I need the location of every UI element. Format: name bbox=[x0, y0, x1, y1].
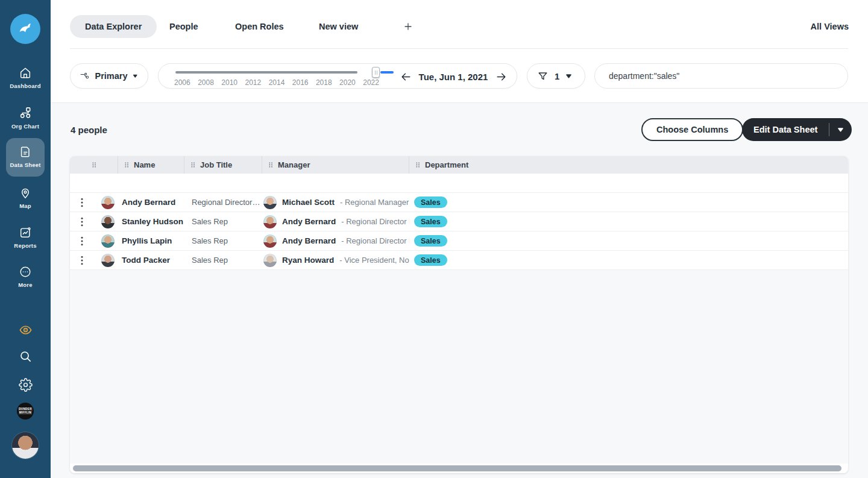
table-row[interactable]: Stanley Hudson Sales Rep Andy Bernard - … bbox=[70, 212, 848, 231]
row-menu-button[interactable] bbox=[70, 236, 94, 246]
column-header-job-title[interactable]: Job Title bbox=[184, 156, 262, 174]
tab-open-roles[interactable]: Open Roles bbox=[235, 15, 284, 38]
tab-label: Data Explorer bbox=[85, 22, 142, 31]
sidebar-item-org-chart[interactable]: Org Chart bbox=[0, 106, 51, 130]
column-header-label: Manager bbox=[278, 160, 310, 169]
slider-track-future[interactable] bbox=[380, 71, 394, 74]
column-header-manager[interactable]: Manager bbox=[262, 156, 409, 174]
manager-cell[interactable]: Andy Bernard - Regional Director in Char… bbox=[262, 234, 409, 248]
search-button[interactable] bbox=[0, 350, 51, 363]
arrow-right-icon bbox=[495, 71, 507, 83]
drag-handle-icon bbox=[415, 161, 420, 169]
settings-button[interactable] bbox=[0, 378, 51, 392]
company-logo-avatar[interactable]: DUNDER MIFFLIN bbox=[17, 403, 34, 420]
all-views-link[interactable]: All Views bbox=[811, 15, 849, 38]
person-avatar[interactable] bbox=[101, 254, 115, 267]
table-row[interactable]: Andy Bernard Regional Director in Charge… bbox=[70, 193, 848, 212]
row-menu-button[interactable] bbox=[70, 217, 94, 227]
tab-people[interactable]: People bbox=[169, 15, 198, 38]
person-job-title[interactable]: Sales Rep bbox=[184, 256, 262, 265]
department-badge[interactable]: Sales bbox=[414, 197, 447, 208]
person-avatar[interactable] bbox=[101, 234, 115, 248]
date-next-button[interactable] bbox=[494, 69, 508, 84]
sidebar-item-data-sheet[interactable]: Data Sheet bbox=[0, 145, 51, 168]
sidebar-item-map[interactable]: Map bbox=[0, 186, 51, 209]
funnel-icon bbox=[537, 71, 549, 82]
date-previous-button[interactable] bbox=[398, 69, 413, 84]
person-job-title[interactable]: Sales Rep bbox=[184, 236, 262, 245]
sidebar-item-dashboard[interactable]: Dashboard bbox=[0, 66, 51, 89]
tab-data-explorer[interactable]: Data Explorer bbox=[70, 15, 157, 38]
person-avatar[interactable] bbox=[101, 196, 115, 209]
year-tick: 2010 bbox=[221, 78, 237, 87]
current-date-label[interactable]: Tue, Jun 1, 2021 bbox=[414, 64, 492, 89]
tab-label: People bbox=[169, 22, 198, 31]
sidebar-item-label: Reports bbox=[14, 242, 36, 249]
department-badge[interactable]: Sales bbox=[414, 254, 447, 266]
manager-avatar bbox=[263, 215, 277, 228]
user-avatar[interactable] bbox=[12, 432, 39, 459]
choose-columns-button[interactable]: Choose Columns bbox=[641, 118, 743, 141]
edit-data-sheet-caret[interactable] bbox=[829, 118, 852, 141]
add-view-button[interactable] bbox=[399, 17, 417, 36]
department-badge[interactable]: Sales bbox=[414, 235, 447, 247]
manager-cell[interactable]: Andy Bernard - Regional Director in Char… bbox=[262, 215, 409, 228]
people-count: 4 people bbox=[71, 125, 107, 135]
person-name[interactable]: Todd Packer bbox=[118, 256, 184, 265]
person-avatar[interactable] bbox=[101, 215, 115, 228]
column-header-department[interactable]: Department bbox=[409, 156, 848, 174]
app-root: Dashboard Org Chart Data Sheet Map bbox=[0, 0, 868, 478]
sidebar-item-more[interactable]: More bbox=[0, 265, 51, 288]
table-row[interactable]: Phyllis Lapin Sales Rep Andy Bernard - R… bbox=[70, 231, 848, 251]
plus-icon bbox=[403, 22, 413, 31]
edit-data-sheet-button[interactable]: Edit Data Sheet bbox=[742, 118, 852, 141]
company-logo-line2: MIFFLIN bbox=[19, 411, 33, 415]
column-header-row-handle[interactable] bbox=[70, 156, 118, 174]
kebab-menu-icon bbox=[81, 217, 83, 227]
sidebar-item-label: Dashboard bbox=[10, 83, 40, 89]
person-job-title[interactable]: Sales Rep bbox=[184, 217, 262, 226]
year-tick: 2008 bbox=[198, 78, 214, 87]
drag-handle-icon bbox=[92, 161, 96, 169]
eye-icon bbox=[19, 323, 33, 337]
column-header-name[interactable]: Name bbox=[118, 156, 184, 174]
sidebar-item-reports[interactable]: Reports bbox=[0, 226, 51, 249]
primary-dropdown[interactable]: Primary bbox=[70, 63, 148, 89]
manager-cell[interactable]: Michael Scott - Regional Manager bbox=[262, 196, 409, 209]
manager-title: - Vice President, North East bbox=[339, 256, 409, 265]
all-views-label: All Views bbox=[811, 22, 849, 31]
row-menu-button[interactable] bbox=[70, 256, 94, 265]
manager-name: Michael Scott bbox=[282, 198, 335, 207]
filter-bar: Primary 2006 2008 2010 2012 2014 2016 20… bbox=[51, 49, 868, 102]
table-empty-row bbox=[70, 174, 848, 193]
tab-label: New view bbox=[319, 22, 358, 31]
manager-avatar bbox=[263, 196, 277, 209]
slider-handle[interactable] bbox=[372, 67, 380, 78]
chevron-down-icon bbox=[565, 74, 572, 78]
person-name[interactable]: Stanley Hudson bbox=[118, 217, 184, 226]
drag-handle-icon bbox=[124, 161, 129, 169]
manager-name: Andy Bernard bbox=[282, 236, 336, 245]
drag-handle-icon bbox=[190, 161, 195, 169]
person-name[interactable]: Andy Bernard bbox=[118, 198, 184, 207]
person-job-title[interactable]: Regional Director in Charge of Sales bbox=[184, 198, 262, 207]
year-tick: 2016 bbox=[292, 78, 309, 87]
search-query-input[interactable] bbox=[594, 63, 848, 89]
year-tick: 2020 bbox=[339, 78, 356, 87]
manager-cell[interactable]: Ryan Howard - Vice President, North East bbox=[262, 254, 409, 267]
row-menu-button[interactable] bbox=[70, 198, 94, 207]
arrow-left-icon bbox=[400, 71, 412, 83]
filters-dropdown[interactable]: 1 bbox=[527, 63, 585, 89]
tab-new-view[interactable]: New view bbox=[319, 15, 358, 38]
slider-track[interactable] bbox=[175, 71, 357, 74]
table-row[interactable]: Todd Packer Sales Rep Ryan Howard - Vice… bbox=[70, 251, 848, 270]
person-name[interactable]: Phyllis Lapin bbox=[118, 236, 184, 245]
rabbit-logo-icon bbox=[16, 20, 34, 38]
department-badge[interactable]: Sales bbox=[414, 216, 447, 227]
horizontal-scrollbar-thumb[interactable] bbox=[73, 465, 841, 471]
home-icon bbox=[19, 66, 32, 80]
view-mode-button[interactable] bbox=[0, 323, 51, 337]
manager-avatar bbox=[263, 254, 277, 267]
charthop-logo[interactable] bbox=[10, 14, 40, 44]
org-chart-icon bbox=[19, 106, 33, 120]
